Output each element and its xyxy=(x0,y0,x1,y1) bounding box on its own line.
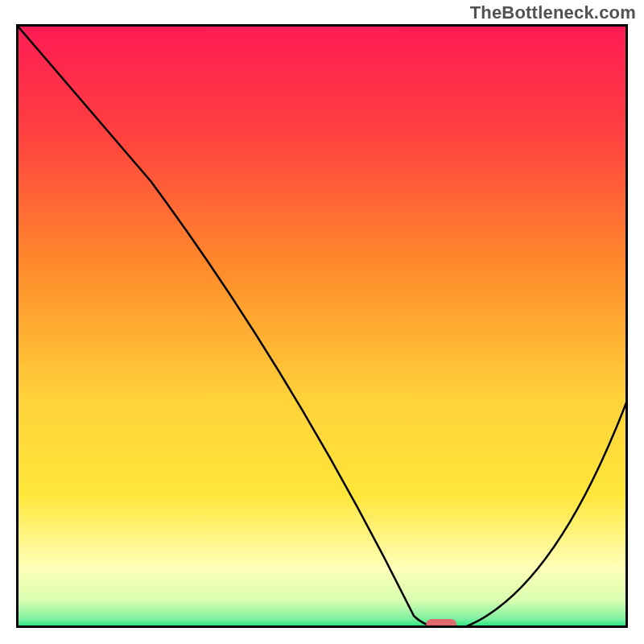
chart-svg xyxy=(16,24,628,628)
attribution-text: TheBottleneck.com xyxy=(470,2,636,23)
chart-frame: TheBottleneck.com xyxy=(0,0,644,644)
gradient-background xyxy=(16,24,628,628)
bottleneck-chart xyxy=(16,24,628,628)
